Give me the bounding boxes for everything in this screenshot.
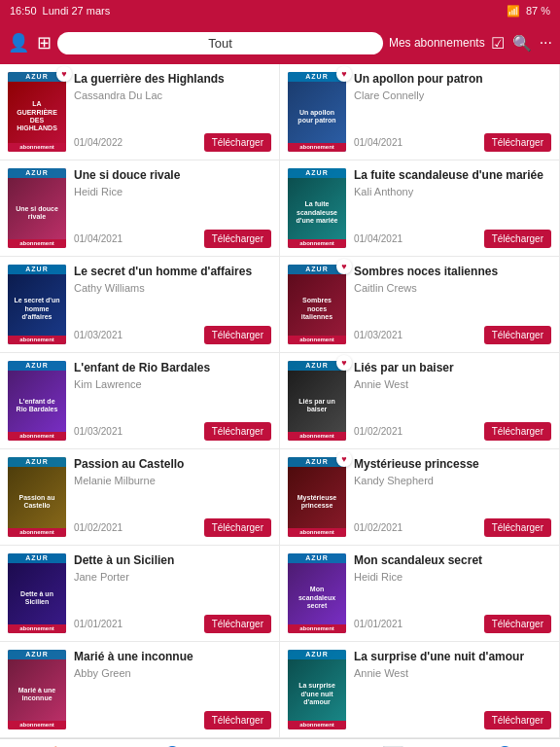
book-bottom: 01/04/2022 Télécharger (74, 133, 271, 152)
book-cover: AZUR Le secret d'un homme d'affaires abo… (8, 265, 66, 344)
download-button[interactable]: Télécharger (484, 615, 551, 633)
book-cover-bg: AZUR Mystérieuse princesse abonnement (288, 457, 346, 537)
book-item-10[interactable]: AZUR Mystérieuse princesse abonnement ♥ … (280, 449, 560, 546)
heart-icon[interactable]: ♥ (336, 259, 352, 274)
book-cover-bg: AZUR Un apollon pour patron abonnement (288, 72, 346, 152)
book-cover: AZUR La fuite scandaleuse d'une mariée a… (288, 168, 346, 248)
book-item-8[interactable]: AZUR Liés par un baiser abonnement ♥ Lié… (280, 353, 560, 449)
abonnement-badge: abonnement (8, 432, 66, 441)
abonnement-badge: abonnement (8, 336, 66, 344)
book-cover-wrap: AZUR Marié à une inconnue abonnement (8, 650, 66, 729)
abonnement-badge: abonnement (288, 336, 346, 344)
book-cover-wrap: AZUR La fuite scandaleuse d'une mariée a… (288, 168, 346, 248)
book-date: 01/02/2021 (354, 426, 402, 437)
download-button[interactable]: Télécharger (204, 326, 271, 344)
book-bottom: 01/01/2021 Télécharger (354, 615, 551, 633)
book-item-6[interactable]: AZUR Sombres noces italiennes abonnement… (280, 257, 560, 353)
book-cover: AZUR Marié à une inconnue abonnement (8, 650, 66, 729)
book-cover-wrap: AZUR Liés par un baiser abonnement ♥ (288, 361, 346, 441)
download-button[interactable]: Télécharger (204, 422, 271, 441)
user-icon[interactable]: 👤 (8, 32, 29, 53)
book-item-4[interactable]: AZUR La fuite scandaleuse d'une mariée a… (280, 160, 560, 257)
book-cover-wrap: AZUR LA GUERRIÈRE DES HIGHLANDS abonneme… (8, 72, 66, 152)
book-date: 01/03/2021 (354, 330, 402, 340)
azur-label: AZUR (288, 168, 346, 178)
heart-icon[interactable]: ♥ (336, 451, 352, 467)
book-item-1[interactable]: AZUR LA GUERRIÈRE DES HIGHLANDS abonneme… (0, 64, 280, 160)
azur-label: AZUR (8, 553, 66, 563)
download-button[interactable]: Télécharger (204, 230, 271, 248)
book-bottom: 01/02/2021 Télécharger (354, 518, 551, 537)
book-author: Abby Green (74, 667, 271, 679)
book-date: 01/02/2021 (74, 522, 122, 533)
heart-icon[interactable]: ♥ (336, 66, 352, 82)
book-bottom: 01/01/2021 Télécharger (74, 615, 271, 633)
book-cover-bg: AZUR La fuite scandaleuse d'une mariée a… (288, 168, 346, 248)
book-info: Le secret d'un homme d'affaires Cathy Wi… (74, 265, 271, 344)
book-info: L'enfant de Rio Bardales Kim Lawrence 01… (74, 361, 271, 441)
book-item-12[interactable]: AZUR Mon scandaleux secret abonnement Mo… (280, 546, 560, 642)
book-item-5[interactable]: AZUR Le secret d'un homme d'affaires abo… (0, 257, 280, 353)
book-cover-bg: AZUR LA GUERRIÈRE DES HIGHLANDS abonneme… (8, 72, 66, 152)
book-item-7[interactable]: AZUR L'enfant de Rio Bardales abonnement… (0, 353, 280, 449)
heart-icon[interactable]: ♥ (56, 66, 72, 82)
notification-icon[interactable]: ☑ (491, 34, 505, 53)
cover-text: La fuite scandaleuse d'une mariée (292, 198, 342, 227)
download-button[interactable]: Télécharger (204, 518, 271, 537)
download-button[interactable]: Télécharger (484, 422, 551, 441)
abonnement-badge: abonnement (8, 239, 66, 248)
book-info: La guerrière des Highlands Cassandra Du … (74, 72, 271, 152)
book-cover: AZUR Un apollon pour patron abonnement (288, 72, 346, 152)
book-item-9[interactable]: AZUR Passion au Castello abonnement Pass… (0, 449, 280, 546)
subscriptions-tab[interactable]: Mes abonnements (389, 36, 485, 50)
book-author: Clare Connelly (354, 89, 551, 101)
download-button[interactable]: Télécharger (204, 711, 271, 729)
abonnement-badge: abonnement (288, 432, 346, 441)
download-button[interactable]: Télécharger (484, 133, 551, 152)
book-cover-bg: AZUR Marié à une inconnue abonnement (8, 650, 66, 729)
status-bar: 16:50 Lundi 27 mars 📶 87 % (0, 0, 560, 21)
book-cover-bg: AZUR L'enfant de Rio Bardales abonnement (8, 361, 66, 441)
book-bottom: 01/02/2021 Télécharger (354, 422, 551, 441)
book-cover: AZUR Mon scandaleux secret abonnement (288, 553, 346, 633)
book-item-11[interactable]: AZUR Dette à un Sicilien abonnement Dett… (0, 546, 280, 642)
search-icon[interactable]: 🔍 (512, 34, 532, 53)
cover-text: Marié à une inconnue (12, 685, 62, 705)
download-button[interactable]: Télécharger (484, 518, 551, 537)
download-button[interactable]: Télécharger (484, 230, 551, 248)
book-author: Kandy Shepherd (354, 475, 551, 486)
book-cover: AZUR La surprise d'une nuit d'amour abon… (288, 650, 346, 729)
book-item-3[interactable]: AZUR Une si douce rivale abonnement Une … (0, 160, 280, 257)
abonnement-badge: abonnement (288, 143, 346, 152)
cover-text: LA GUERRIÈRE DES HIGHLANDS (12, 98, 62, 135)
cover-text: Dette à un Sicilien (12, 588, 62, 609)
grid-icon[interactable]: ⊞ (37, 32, 52, 53)
book-title: Passion au Castello (74, 457, 271, 473)
book-title: Liés par un baiser (354, 361, 551, 376)
cover-text: Une si douce rivale (12, 203, 62, 224)
cover-text: Passion au Castello (12, 492, 62, 513)
book-author: Cathy Williams (74, 282, 271, 294)
book-cover-wrap: AZUR La surprise d'une nuit d'amour abon… (288, 650, 346, 729)
download-button[interactable]: Télécharger (204, 133, 271, 152)
download-button[interactable]: Télécharger (484, 326, 551, 344)
download-button[interactable]: Télécharger (484, 711, 551, 729)
book-item-2[interactable]: AZUR Un apollon pour patron abonnement ♥… (280, 64, 560, 160)
azur-label: AZUR (288, 553, 346, 563)
book-item-13[interactable]: AZUR Marié à une inconnue abonnement Mar… (0, 642, 280, 738)
book-info: Dette à un Sicilien Jane Porter 01/01/20… (74, 553, 271, 633)
book-info: La surprise d'une nuit d'amour Annie Wes… (354, 650, 551, 729)
download-button[interactable]: Télécharger (204, 615, 271, 633)
book-cover: AZUR Sombres noces italiennes abonnement (288, 265, 346, 344)
more-icon[interactable]: ··· (540, 34, 552, 52)
book-item-14[interactable]: AZUR La surprise d'une nuit d'amour abon… (280, 642, 560, 738)
header-actions: ☑ 🔍 ··· (491, 34, 552, 53)
search-label: Tout (208, 36, 232, 51)
book-title: Mystérieuse princesse (354, 457, 551, 473)
header-right: Mes abonnements (389, 36, 485, 50)
search-bar[interactable]: Tout (57, 32, 383, 54)
heart-icon[interactable]: ♥ (336, 355, 352, 371)
book-cover-wrap: AZUR Dette à un Sicilien abonnement (8, 553, 66, 633)
book-cover-bg: AZUR Le secret d'un homme d'affaires abo… (8, 265, 66, 344)
book-bottom: 01/04/2021 Télécharger (354, 230, 551, 248)
